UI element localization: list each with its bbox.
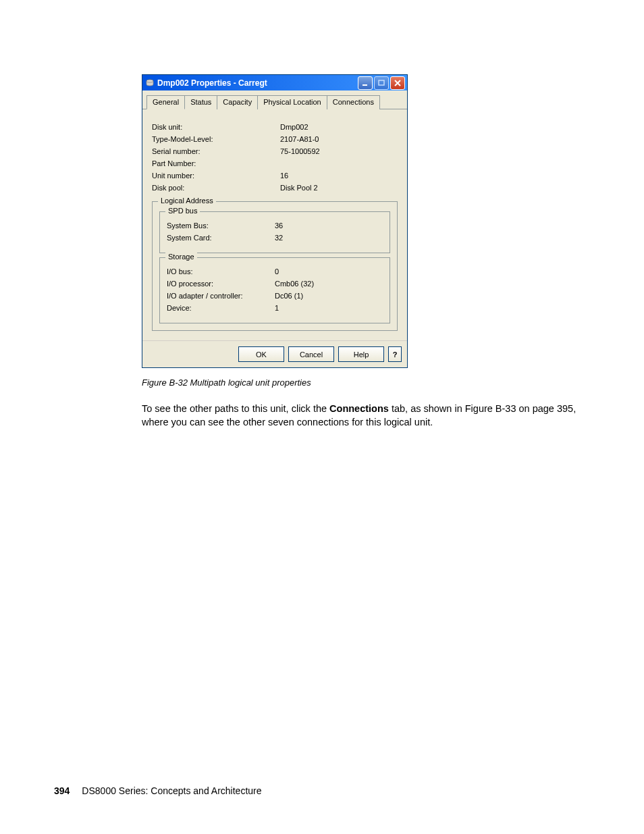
properties-dialog: Dmp002 Properties - Carregt General Stat… [142, 74, 408, 368]
value-type-model-level: 2107-A81-0 [280, 135, 398, 143]
close-button[interactable] [390, 76, 405, 90]
body-paragraph: To see the other paths to this unit, cli… [142, 402, 590, 429]
help-button[interactable]: Help [338, 346, 384, 362]
legend-spd-bus: SPD bus [165, 207, 200, 215]
tab-label: Status [190, 98, 211, 106]
label-device: Device: [167, 304, 275, 312]
button-label: Cancel [300, 350, 323, 359]
paragraph-bold: Connections [329, 403, 389, 414]
label-unit-number: Unit number: [152, 172, 280, 180]
svg-rect-3 [379, 80, 384, 85]
button-row: OK Cancel Help ? [142, 340, 407, 367]
label-disk-pool: Disk pool: [152, 184, 280, 192]
group-spd-bus: SPD bus System Bus:36 System Card:32 [159, 211, 390, 253]
value-device: 1 [275, 304, 383, 312]
dialog-body: Disk unit:Dmp002 Type-Model-Level:2107-A… [142, 109, 407, 340]
value-io-bus: 0 [275, 267, 383, 276]
tab-connections[interactable]: Connections [327, 95, 380, 109]
minimize-button[interactable] [358, 76, 373, 90]
legend-storage: Storage [165, 253, 197, 261]
figure-caption: Figure B-32 Multipath logical unit prope… [142, 377, 590, 388]
tab-label: Connections [333, 98, 374, 106]
titlebar[interactable]: Dmp002 Properties - Carregt [142, 75, 407, 90]
tab-general[interactable]: General [146, 95, 185, 109]
cancel-button[interactable]: Cancel [288, 346, 334, 362]
disk-icon [145, 78, 155, 88]
svg-rect-2 [363, 84, 367, 86]
legend-logical-address: Logical Address [158, 197, 216, 205]
tab-label: Physical Location [263, 98, 321, 106]
tab-label: Capacity [223, 98, 252, 106]
value-system-bus: 36 [275, 221, 383, 230]
footer-title: DS8000 Series: Concepts and Architecture [82, 785, 261, 796]
page-footer: 394DS8000 Series: Concepts and Architect… [54, 785, 262, 796]
value-part-number [280, 159, 398, 167]
label-disk-unit: Disk unit: [152, 123, 280, 131]
group-storage: Storage I/O bus:0 I/O processor:Cmb06 (3… [159, 257, 390, 323]
label-system-card: System Card: [167, 234, 275, 242]
button-label: OK [256, 350, 267, 359]
label-part-number: Part Number: [152, 159, 280, 167]
value-system-card: 32 [275, 234, 383, 242]
value-io-processor: Cmb06 (32) [275, 280, 383, 288]
label-serial-number: Serial number: [152, 147, 280, 155]
value-io-adapter: Dc06 (1) [275, 292, 383, 300]
label-io-processor: I/O processor: [167, 280, 275, 288]
ok-button[interactable]: OK [238, 346, 284, 362]
page-number: 394 [54, 785, 70, 796]
label-io-bus: I/O bus: [167, 267, 275, 276]
tab-physical-location[interactable]: Physical Location [257, 95, 327, 109]
button-label: ? [393, 350, 398, 359]
tab-status[interactable]: Status [184, 95, 217, 109]
value-serial-number: 75-1000592 [280, 147, 398, 155]
window-title: Dmp002 Properties - Carregt [157, 78, 358, 88]
label-type-model-level: Type-Model-Level: [152, 135, 280, 143]
group-logical-address: Logical Address SPD bus System Bus:36 Sy… [152, 201, 398, 331]
tab-capacity[interactable]: Capacity [217, 95, 258, 109]
label-system-bus: System Bus: [167, 221, 275, 230]
tab-strip: General Status Capacity Physical Locatio… [142, 90, 407, 109]
value-unit-number: 16 [280, 172, 398, 180]
value-disk-pool: Disk Pool 2 [280, 184, 398, 192]
tab-label: General [153, 98, 179, 106]
paragraph-pre: To see the other paths to this unit, cli… [142, 403, 329, 414]
value-disk-unit: Dmp002 [280, 123, 398, 131]
label-io-adapter: I/O adapter / controller: [167, 292, 275, 300]
context-help-button[interactable]: ? [388, 346, 402, 362]
button-label: Help [354, 350, 369, 359]
maximize-button[interactable] [374, 76, 389, 90]
